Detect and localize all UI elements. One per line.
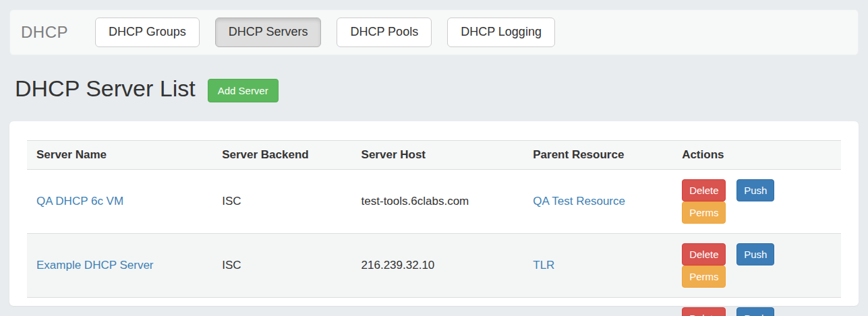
push-button[interactable]: Push [736, 307, 774, 316]
tab-dhcp-groups[interactable]: DHCP Groups [95, 18, 200, 47]
server-host-cell: 1.2.3.4 [352, 298, 524, 316]
parent-resource-cell: QA Test Resource [523, 170, 672, 234]
delete-button[interactable]: Delete [682, 243, 726, 265]
page-title: DHCP Server List [15, 75, 196, 102]
add-server-button[interactable]: Add Server [208, 79, 279, 102]
server-backend-cell: ISC [212, 170, 351, 234]
server-table: Server Name Server Backend Server Host P… [27, 140, 841, 316]
column-header-server-host: Server Host [352, 141, 524, 170]
push-button[interactable]: Push [736, 179, 774, 201]
parent-resource-cell: MyNewEntry [523, 298, 672, 316]
server-backend-cell: ISC [212, 234, 351, 298]
server-list-card: Server Name Server Backend Server Host P… [9, 121, 859, 306]
server-name-cell: 50281 DHCP Module [27, 298, 212, 316]
table-row: Example DHCP Server ISC 216.239.32.10 TL… [27, 234, 841, 298]
tab-dhcp-pools[interactable]: DHCP Pools [337, 18, 432, 47]
actions-cell: Delete Push Perms [672, 170, 841, 234]
delete-button[interactable]: Delete [682, 179, 726, 201]
nav-brand-label: DHCP [21, 23, 68, 42]
table-row: 50281 DHCP Module ISC 1.2.3.4 MyNewEntry… [27, 298, 841, 316]
column-header-server-backend: Server Backend [212, 141, 351, 170]
parent-resource-link[interactable]: QA Test Resource [533, 195, 625, 208]
parent-resource-link[interactable]: TLR [533, 259, 554, 272]
push-button[interactable]: Push [736, 243, 774, 265]
actions-cell: Delete Push Perms [672, 234, 841, 298]
table-row: QA DHCP 6c VM ISC test-tools.6clabs.com … [27, 170, 841, 234]
server-host-cell: test-tools.6clabs.com [352, 170, 524, 234]
server-host-cell: 216.239.32.10 [352, 234, 524, 298]
server-name-link[interactable]: QA DHCP 6c VM [36, 195, 123, 208]
server-name-cell: Example DHCP Server [27, 234, 212, 298]
table-header-row: Server Name Server Backend Server Host P… [27, 141, 841, 170]
column-header-actions: Actions [672, 141, 841, 170]
server-backend-cell: ISC [212, 298, 351, 316]
delete-button[interactable]: Delete [682, 307, 726, 316]
server-name-cell: QA DHCP 6c VM [27, 170, 212, 234]
server-name-link[interactable]: Example DHCP Server [36, 259, 154, 272]
column-header-server-name: Server Name [27, 141, 212, 170]
perms-button[interactable]: Perms [682, 201, 726, 224]
tab-dhcp-logging[interactable]: DHCP Logging [447, 18, 555, 47]
tab-dhcp-servers[interactable]: DHCP Servers [215, 18, 322, 47]
heading-row: DHCP Server List Add Server [15, 55, 853, 121]
column-header-parent-resource: Parent Resource [523, 141, 672, 170]
parent-resource-cell: TLR [523, 234, 672, 298]
actions-cell: Delete Push Perms [672, 298, 841, 316]
dhcp-nav-bar: DHCP DHCP Groups DHCP Servers DHCP Pools… [9, 9, 859, 55]
perms-button[interactable]: Perms [682, 265, 726, 288]
